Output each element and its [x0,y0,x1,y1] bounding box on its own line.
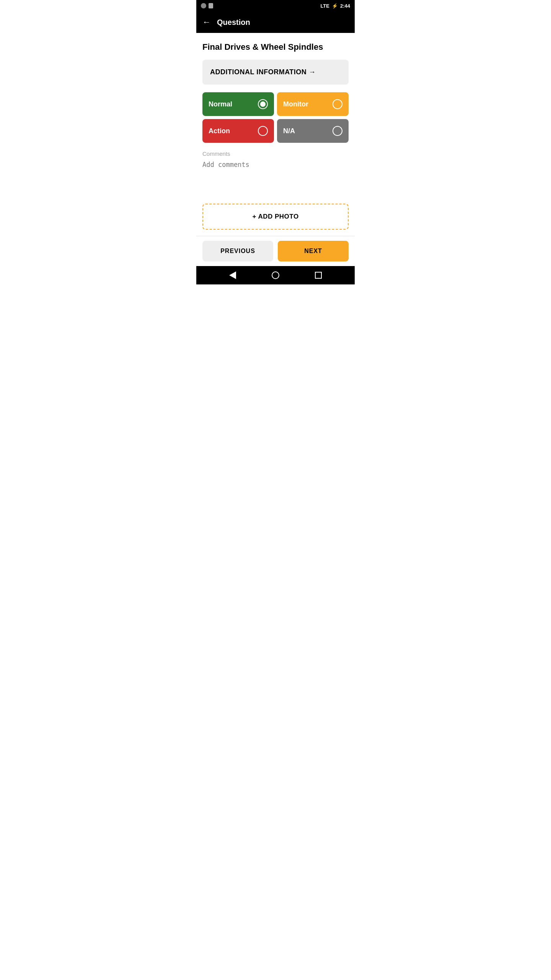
network-label: LTE [320,3,329,9]
system-nav-bar [196,266,355,284]
sd-card-icon [209,3,213,8]
next-button[interactable]: NEXT [278,241,349,261]
action-radio [258,126,268,136]
monitor-label: Monitor [283,100,308,108]
monitor-option-button[interactable]: Monitor [277,92,349,116]
triangle-left-icon [229,271,236,279]
na-radio [333,126,342,136]
app-bar-title: Question [217,18,250,27]
normal-label: Normal [209,100,232,108]
action-label: Action [209,127,230,135]
normal-radio [258,99,268,109]
square-icon [315,272,322,279]
circle-icon [272,271,279,279]
additional-info-label: ADDITIONAL INFORMATION → [210,68,316,76]
options-grid: Normal Monitor Action N/A [202,92,349,143]
app-bar: ← Question [196,11,355,33]
main-content: Final Drives & Wheel Spindles ADDITIONAL… [196,33,355,204]
comments-input[interactable] [202,159,349,190]
back-system-button[interactable] [229,271,236,279]
monitor-radio [333,99,342,109]
na-option-button[interactable]: N/A [277,119,349,143]
add-photo-label: + ADD PHOTO [252,213,298,220]
normal-radio-inner [260,101,266,107]
previous-button[interactable]: PREVIOUS [202,241,273,261]
status-right-info: LTE ⚡ 2:44 [320,3,350,9]
add-photo-button[interactable]: + ADD PHOTO [202,204,349,230]
status-bar: LTE ⚡ 2:44 [196,0,355,11]
additional-info-button[interactable]: ADDITIONAL INFORMATION → [202,60,349,85]
recents-system-button[interactable] [315,272,322,279]
home-system-button[interactable] [272,271,279,279]
battery-icon: ⚡ [332,3,338,9]
normal-option-button[interactable]: Normal [202,92,274,116]
comments-label: Comments [202,150,349,157]
comments-section: Comments [202,150,349,190]
bottom-nav: PREVIOUS NEXT [196,236,355,266]
camera-icon [201,3,206,8]
section-title: Final Drives & Wheel Spindles [202,42,349,52]
na-label: N/A [283,127,295,135]
status-left-icons [201,3,213,8]
action-option-button[interactable]: Action [202,119,274,143]
back-button[interactable]: ← [202,17,211,27]
time-label: 2:44 [340,3,350,9]
add-photo-section: + ADD PHOTO [196,204,355,236]
